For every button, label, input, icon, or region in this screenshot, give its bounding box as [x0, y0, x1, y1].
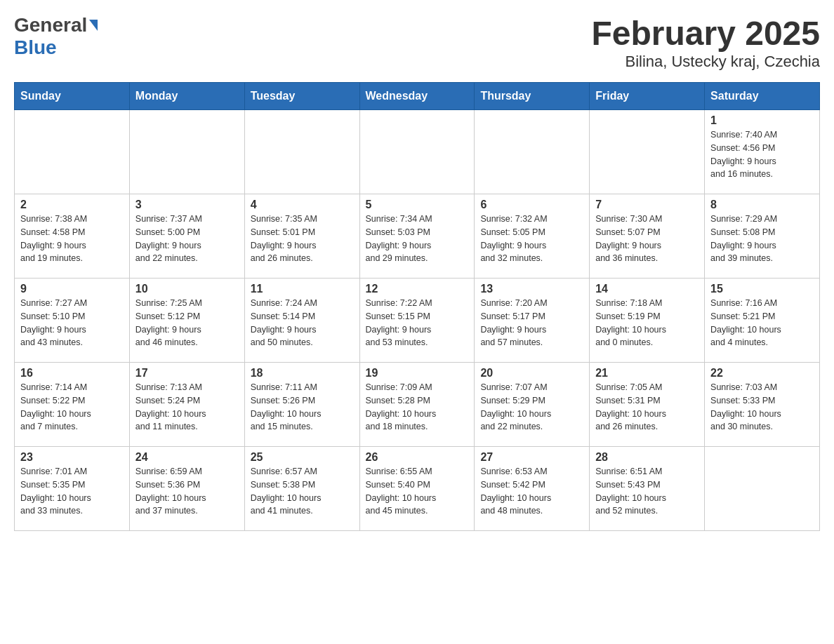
day-info: Sunrise: 7:35 AM Sunset: 5:01 PM Dayligh…	[251, 213, 354, 265]
day-info: Sunrise: 7:01 AM Sunset: 5:35 PM Dayligh…	[20, 465, 124, 518]
day-info: Sunrise: 7:27 AM Sunset: 5:10 PM Dayligh…	[20, 297, 124, 349]
day-of-week-header: Friday	[590, 83, 705, 110]
day-info: Sunrise: 6:59 AM Sunset: 5:36 PM Dayligh…	[135, 465, 239, 518]
logo-blue-text: Blue	[14, 36, 57, 58]
week-row: 9Sunrise: 7:27 AM Sunset: 5:10 PM Daylig…	[15, 279, 820, 363]
day-of-week-header: Sunday	[15, 83, 130, 110]
day-number: 3	[135, 199, 239, 211]
calendar-header-row: SundayMondayTuesdayWednesdayThursdayFrid…	[15, 83, 820, 110]
day-number: 2	[20, 199, 124, 211]
day-number: 20	[480, 367, 583, 380]
calendar-cell	[475, 110, 590, 194]
day-info: Sunrise: 6:51 AM Sunset: 5:43 PM Dayligh…	[595, 465, 699, 518]
calendar-cell: 3Sunrise: 7:37 AM Sunset: 5:00 PM Daylig…	[129, 194, 244, 279]
calendar-cell: 2Sunrise: 7:38 AM Sunset: 4:58 PM Daylig…	[15, 194, 130, 279]
day-info: Sunrise: 7:18 AM Sunset: 5:19 PM Dayligh…	[595, 297, 699, 349]
day-number: 21	[595, 367, 699, 380]
logo-general-text: General	[14, 14, 87, 36]
day-number: 11	[251, 283, 354, 295]
day-number: 27	[480, 451, 583, 464]
calendar-cell: 17Sunrise: 7:13 AM Sunset: 5:24 PM Dayli…	[129, 363, 244, 447]
calendar-cell: 24Sunrise: 6:59 AM Sunset: 5:36 PM Dayli…	[129, 447, 244, 531]
calendar-cell: 14Sunrise: 7:18 AM Sunset: 5:19 PM Dayli…	[590, 279, 705, 363]
day-info: Sunrise: 7:24 AM Sunset: 5:14 PM Dayligh…	[251, 297, 354, 349]
calendar-table: SundayMondayTuesdayWednesdayThursdayFrid…	[14, 82, 820, 531]
calendar-cell: 26Sunrise: 6:55 AM Sunset: 5:40 PM Dayli…	[359, 447, 475, 531]
day-number: 17	[135, 367, 239, 380]
calendar-cell	[590, 110, 705, 194]
day-info: Sunrise: 6:55 AM Sunset: 5:40 PM Dayligh…	[366, 465, 469, 518]
day-info: Sunrise: 7:38 AM Sunset: 4:58 PM Dayligh…	[20, 213, 124, 265]
calendar-subtitle: Bilina, Ustecky kraj, Czechia	[591, 53, 820, 71]
calendar-cell: 25Sunrise: 6:57 AM Sunset: 5:38 PM Dayli…	[244, 447, 359, 531]
calendar-cell: 13Sunrise: 7:20 AM Sunset: 5:17 PM Dayli…	[475, 279, 590, 363]
calendar-cell	[15, 110, 130, 194]
day-number: 23	[20, 451, 124, 464]
day-info: Sunrise: 7:25 AM Sunset: 5:12 PM Dayligh…	[135, 297, 239, 349]
day-number: 19	[366, 367, 469, 380]
day-info: Sunrise: 7:34 AM Sunset: 5:03 PM Dayligh…	[366, 213, 469, 265]
calendar-cell: 23Sunrise: 7:01 AM Sunset: 5:35 PM Dayli…	[15, 447, 130, 531]
day-info: Sunrise: 6:57 AM Sunset: 5:38 PM Dayligh…	[251, 465, 354, 518]
calendar-cell	[244, 110, 359, 194]
day-number: 9	[20, 283, 124, 295]
day-number: 4	[251, 199, 354, 211]
calendar-cell	[359, 110, 475, 194]
week-row: 16Sunrise: 7:14 AM Sunset: 5:22 PM Dayli…	[15, 363, 820, 447]
day-number: 25	[251, 451, 354, 464]
day-number: 12	[366, 283, 469, 295]
calendar-cell: 4Sunrise: 7:35 AM Sunset: 5:01 PM Daylig…	[244, 194, 359, 279]
calendar-cell: 22Sunrise: 7:03 AM Sunset: 5:33 PM Dayli…	[705, 363, 820, 447]
calendar-cell: 28Sunrise: 6:51 AM Sunset: 5:43 PM Dayli…	[590, 447, 705, 531]
calendar-cell: 15Sunrise: 7:16 AM Sunset: 5:21 PM Dayli…	[705, 279, 820, 363]
day-number: 7	[595, 199, 699, 211]
calendar-cell: 6Sunrise: 7:32 AM Sunset: 5:05 PM Daylig…	[475, 194, 590, 279]
day-info: Sunrise: 7:09 AM Sunset: 5:28 PM Dayligh…	[366, 381, 469, 434]
calendar-cell: 10Sunrise: 7:25 AM Sunset: 5:12 PM Dayli…	[129, 279, 244, 363]
day-number: 6	[480, 199, 583, 211]
day-number: 15	[710, 283, 814, 295]
calendar-cell	[705, 447, 820, 531]
day-info: Sunrise: 7:30 AM Sunset: 5:07 PM Dayligh…	[595, 213, 699, 265]
week-row: 2Sunrise: 7:38 AM Sunset: 4:58 PM Daylig…	[15, 194, 820, 279]
day-info: Sunrise: 7:13 AM Sunset: 5:24 PM Dayligh…	[135, 381, 239, 434]
day-info: Sunrise: 7:11 AM Sunset: 5:26 PM Dayligh…	[251, 381, 354, 434]
day-info: Sunrise: 6:53 AM Sunset: 5:42 PM Dayligh…	[480, 465, 583, 518]
week-row: 23Sunrise: 7:01 AM Sunset: 5:35 PM Dayli…	[15, 447, 820, 531]
day-info: Sunrise: 7:03 AM Sunset: 5:33 PM Dayligh…	[710, 381, 814, 434]
day-of-week-header: Tuesday	[244, 83, 359, 110]
calendar-cell: 19Sunrise: 7:09 AM Sunset: 5:28 PM Dayli…	[359, 363, 475, 447]
day-info: Sunrise: 7:29 AM Sunset: 5:08 PM Dayligh…	[710, 213, 814, 265]
calendar-cell: 18Sunrise: 7:11 AM Sunset: 5:26 PM Dayli…	[244, 363, 359, 447]
week-row: 1Sunrise: 7:40 AM Sunset: 4:56 PM Daylig…	[15, 110, 820, 194]
page-header: General Blue February 2025 Bilina, Ustec…	[14, 14, 820, 71]
day-number: 22	[710, 367, 814, 380]
day-number: 18	[251, 367, 354, 380]
day-of-week-header: Saturday	[705, 83, 820, 110]
day-info: Sunrise: 7:22 AM Sunset: 5:15 PM Dayligh…	[366, 297, 469, 349]
day-info: Sunrise: 7:05 AM Sunset: 5:31 PM Dayligh…	[595, 381, 699, 434]
day-info: Sunrise: 7:07 AM Sunset: 5:29 PM Dayligh…	[480, 381, 583, 434]
calendar-title: February 2025	[591, 14, 820, 53]
day-info: Sunrise: 7:16 AM Sunset: 5:21 PM Dayligh…	[710, 297, 814, 349]
logo-triangle-icon	[89, 20, 98, 31]
logo: General Blue	[14, 14, 98, 59]
calendar-cell: 9Sunrise: 7:27 AM Sunset: 5:10 PM Daylig…	[15, 279, 130, 363]
day-number: 10	[135, 283, 239, 295]
day-number: 1	[710, 114, 814, 127]
calendar-cell: 11Sunrise: 7:24 AM Sunset: 5:14 PM Dayli…	[244, 279, 359, 363]
calendar-cell: 7Sunrise: 7:30 AM Sunset: 5:07 PM Daylig…	[590, 194, 705, 279]
calendar-cell: 20Sunrise: 7:07 AM Sunset: 5:29 PM Dayli…	[475, 363, 590, 447]
calendar-cell: 5Sunrise: 7:34 AM Sunset: 5:03 PM Daylig…	[359, 194, 475, 279]
calendar-cell: 12Sunrise: 7:22 AM Sunset: 5:15 PM Dayli…	[359, 279, 475, 363]
day-number: 28	[595, 451, 699, 464]
day-of-week-header: Thursday	[475, 83, 590, 110]
day-number: 16	[20, 367, 124, 380]
day-info: Sunrise: 7:40 AM Sunset: 4:56 PM Dayligh…	[710, 128, 814, 181]
day-number: 14	[595, 283, 699, 295]
day-of-week-header: Monday	[129, 83, 244, 110]
calendar-cell: 1Sunrise: 7:40 AM Sunset: 4:56 PM Daylig…	[705, 110, 820, 194]
day-number: 24	[135, 451, 239, 464]
calendar-cell: 16Sunrise: 7:14 AM Sunset: 5:22 PM Dayli…	[15, 363, 130, 447]
calendar-cell: 27Sunrise: 6:53 AM Sunset: 5:42 PM Dayli…	[475, 447, 590, 531]
